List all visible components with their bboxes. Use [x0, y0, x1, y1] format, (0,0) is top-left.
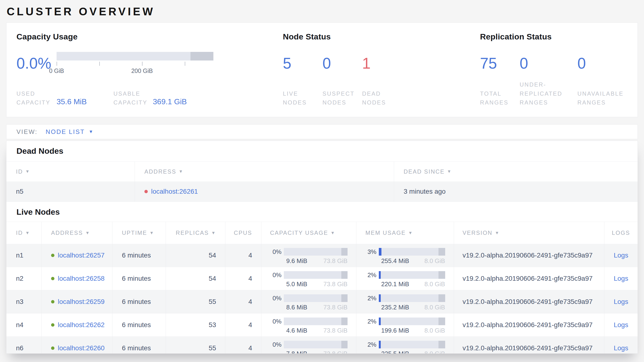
- table-row: n3 localhost:26259 6 minutes 55 4 0%: [6, 290, 638, 313]
- version-cell: v19.2.0-alpha.20190606-2491-gfe735c9a97: [454, 290, 604, 313]
- used-capacity-label: USED CAPACITY: [16, 89, 56, 107]
- node-address-link[interactable]: localhost:26257: [58, 252, 104, 259]
- node-id-cell: n5: [6, 182, 135, 202]
- version-cell: v19.2.0-alpha.20190606-2491-gfe735c9a97: [454, 267, 604, 290]
- logs-link[interactable]: Logs: [614, 275, 628, 282]
- mem-total-value: 8.0 GiB: [424, 350, 445, 354]
- mem-bar-reserved-segment: [438, 248, 445, 256]
- mem-percent: 2%: [365, 318, 379, 325]
- logs-link[interactable]: Logs: [614, 321, 628, 329]
- node-address-link[interactable]: localhost:26258: [58, 275, 104, 282]
- column-header-mem-usage[interactable]: MEM USAGE: [356, 222, 454, 244]
- capacity-bar-reserved-segment: [341, 341, 348, 348]
- mem-total-value: 8.0 GiB: [424, 304, 445, 311]
- node-address-link[interactable]: localhost:26259: [58, 298, 104, 306]
- mem-used-value: 220.1 MiB: [381, 280, 409, 288]
- under-replicated-label: UNDER- REPLICATED RANGES: [520, 80, 578, 107]
- column-header-address[interactable]: ADDRESS: [42, 222, 112, 244]
- cluster-summary-card: Capacity Usage 0.0% 0 GiB 200 Gi: [6, 23, 638, 117]
- dead-nodes-table-header: ID ADDRESS DEAD SINCE: [6, 161, 638, 182]
- node-address-link[interactable]: localhost:26262: [58, 321, 104, 329]
- capacity-total-value: 73.8 GiB: [324, 327, 348, 334]
- capacity-usage-cell: 0% 5.0 MiB 73.8 GiB: [261, 267, 356, 290]
- node-id-cell: n1: [6, 244, 42, 267]
- node-address-link[interactable]: localhost:26260: [58, 344, 104, 352]
- node-address-cell: localhost:26260: [42, 337, 112, 354]
- logs-link[interactable]: Logs: [614, 344, 628, 352]
- view-label: VIEW:: [16, 128, 38, 136]
- capacity-usage-section: Capacity Usage 0.0% 0 GiB 200 Gi: [6, 32, 283, 107]
- used-capacity-stat: USED CAPACITY 35.6 MiB: [16, 89, 87, 107]
- node-id-cell: n2: [6, 267, 42, 290]
- column-header-dead-since[interactable]: DEAD SINCE: [394, 162, 638, 182]
- suspect-nodes-stat: 0 SUSPECT NODES: [322, 52, 362, 107]
- mem-bar-track: [379, 248, 445, 256]
- under-replicated-ranges-stat: 0 UNDER- REPLICATED RANGES: [520, 52, 578, 107]
- live-nodes-table: ID ADDRESS UPTIME REPLICAS CPUS CAPACITY…: [6, 222, 638, 354]
- mem-bar-reserved-segment: [438, 317, 445, 325]
- cpus-cell: 4: [225, 313, 261, 336]
- table-row: n6 localhost:26260 6 minutes 55 4 0%: [6, 337, 638, 354]
- live-status-dot-icon: [51, 300, 54, 303]
- capacity-bar-reserved-segment: [341, 317, 348, 325]
- under-replicated-count: 0: [520, 52, 578, 71]
- capacity-usage-cell: 0% 8.6 MiB 73.8 GiB: [261, 290, 356, 313]
- logs-cell: Logs: [604, 244, 638, 267]
- replicas-cell: 55: [166, 337, 226, 354]
- view-selector-bar: VIEW: NODE LIST ▼: [6, 124, 638, 139]
- mem-bar-reserved-segment: [438, 341, 445, 348]
- mem-usage-cell: 2% 225.5 MiB 8.0 GiB: [356, 337, 454, 354]
- column-header-id[interactable]: ID: [6, 222, 42, 244]
- mem-percent: 2%: [365, 295, 379, 302]
- capacity-total-value: 73.8 GiB: [324, 257, 348, 265]
- mem-bar-reserved-segment: [438, 271, 445, 279]
- capacity-bar-track: [56, 52, 214, 61]
- mem-usage-cell: 2% 220.1 MiB 8.0 GiB: [356, 267, 454, 290]
- view-dropdown[interactable]: NODE LIST ▼: [46, 128, 94, 136]
- live-nodes-table-header: ID ADDRESS UPTIME REPLICAS CPUS CAPACITY…: [6, 222, 638, 244]
- table-row: n2 localhost:26258 6 minutes 54 4 0%: [6, 267, 638, 290]
- column-header-capacity-usage[interactable]: CAPACITY USAGE: [261, 222, 356, 244]
- live-nodes-stat: 5 LIVE NODES: [283, 52, 322, 107]
- node-address-cell: localhost:26262: [42, 313, 112, 336]
- dead-status-dot-icon: [144, 190, 148, 193]
- cpus-cell: 4: [225, 267, 261, 290]
- unavailable-ranges-stat: 0 UNAVAILABLE RANGES: [578, 52, 624, 107]
- axis-tick: [142, 62, 142, 66]
- logs-cell: Logs: [604, 337, 638, 354]
- node-status-title: Node Status: [283, 32, 480, 41]
- column-header-replicas[interactable]: REPLICAS: [166, 222, 226, 244]
- capacity-used-value: 7.8 MiB: [286, 350, 307, 354]
- logs-link[interactable]: Logs: [614, 252, 628, 259]
- capacity-bar-reserved-segment: [341, 271, 348, 279]
- node-address-cell: localhost:26258: [42, 267, 112, 290]
- mem-total-value: 8.0 GiB: [424, 280, 445, 288]
- replicas-cell: 54: [166, 244, 226, 267]
- dead-node-row: n5 localhost:26261 3 minutes ago: [6, 182, 638, 202]
- nodes-tables-card: Dead Nodes ID ADDRESS DEAD SINCE n5 loca…: [6, 141, 638, 354]
- logs-cell: Logs: [604, 313, 638, 336]
- uptime-cell: 6 minutes: [112, 290, 166, 313]
- column-header-version[interactable]: VERSION: [454, 222, 604, 244]
- capacity-percent: 0%: [270, 341, 284, 348]
- capacity-usage-cell: 0% 7.8 MiB 73.8 GiB: [261, 337, 356, 354]
- uptime-cell: 6 minutes: [112, 337, 166, 354]
- mem-total-value: 8.0 GiB: [424, 327, 445, 334]
- logs-cell: Logs: [604, 290, 638, 313]
- node-address-link[interactable]: localhost:26261: [151, 188, 198, 195]
- replicas-cell: 55: [166, 290, 226, 313]
- live-nodes-count: 5: [283, 52, 322, 71]
- cluster-overview-page: CLUSTER OVERVIEW Capacity Usage 0.0%: [0, 5, 644, 354]
- column-header-address[interactable]: ADDRESS: [135, 162, 394, 182]
- replicas-cell: 54: [166, 267, 226, 290]
- column-header-uptime[interactable]: UPTIME: [112, 222, 166, 244]
- column-header-id[interactable]: ID: [6, 162, 135, 182]
- mem-bar-track: [379, 341, 445, 348]
- mem-meter: 3% 255.4 MiB 8.0 GiB: [365, 248, 445, 265]
- axis-tick: [56, 62, 57, 66]
- replication-status-title: Replication Status: [480, 32, 638, 41]
- mem-bar-fill: [379, 341, 381, 348]
- node-id-cell: n4: [6, 313, 42, 336]
- logs-link[interactable]: Logs: [614, 298, 628, 306]
- logs-cell: Logs: [604, 267, 638, 290]
